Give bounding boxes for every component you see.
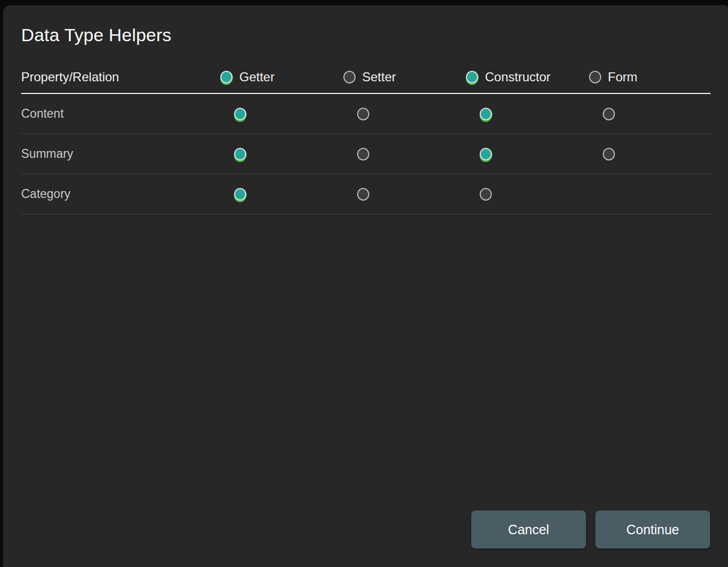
- cell-summary-constructor: [465, 148, 588, 160]
- radio-category-constructor[interactable]: [480, 188, 492, 201]
- column-radio-form[interactable]: [589, 71, 601, 83]
- row-label: Category: [21, 187, 219, 201]
- cell-content-form: [588, 108, 711, 120]
- row-label: Content: [21, 107, 219, 121]
- table-row-content: Content: [21, 94, 711, 134]
- cell-category-setter: [342, 188, 465, 201]
- cancel-button[interactable]: Cancel: [471, 511, 586, 549]
- table-header-row: Property/Relation GetterSetterConstructo…: [21, 45, 711, 94]
- radio-category-setter[interactable]: [357, 188, 369, 201]
- radio-summary-setter[interactable]: [357, 148, 369, 160]
- table-row-category: Category: [21, 174, 711, 214]
- column-header-constructor: Constructor: [465, 70, 588, 84]
- column-radio-getter[interactable]: [220, 71, 232, 83]
- radio-content-form[interactable]: [603, 108, 615, 120]
- column-label-constructor: Constructor: [485, 70, 550, 84]
- row-label: Summary: [21, 147, 219, 161]
- cell-category-constructor: [465, 188, 588, 201]
- dialog-title: Data Type Helpers: [21, 24, 728, 45]
- continue-button[interactable]: Continue: [595, 511, 710, 549]
- column-label-getter: Getter: [239, 70, 275, 84]
- radio-summary-form[interactable]: [603, 148, 615, 160]
- column-header-getter: Getter: [219, 70, 342, 84]
- column-header-form: Form: [588, 70, 711, 84]
- radio-content-constructor[interactable]: [480, 108, 492, 120]
- cell-content-constructor: [465, 108, 588, 120]
- cell-summary-setter: [342, 148, 465, 160]
- radio-summary-getter[interactable]: [234, 148, 246, 160]
- table-body: ContentSummaryCategory: [21, 94, 711, 214]
- table-row-summary: Summary: [21, 134, 711, 174]
- cell-content-getter: [219, 108, 342, 120]
- helpers-table: Property/Relation GetterSetterConstructo…: [21, 45, 711, 214]
- column-label-form: Form: [608, 70, 638, 84]
- cell-summary-getter: [219, 148, 342, 160]
- cell-summary-form: [588, 148, 711, 160]
- dialog-buttons: Cancel Continue: [471, 511, 710, 549]
- radio-category-getter[interactable]: [234, 188, 246, 201]
- cell-content-setter: [342, 108, 465, 120]
- cell-category-getter: [219, 188, 342, 201]
- column-header-setter: Setter: [342, 70, 465, 84]
- column-radio-constructor[interactable]: [466, 71, 478, 83]
- radio-summary-constructor[interactable]: [480, 148, 492, 160]
- property-relation-header: Property/Relation: [21, 70, 219, 84]
- radio-content-getter[interactable]: [234, 108, 246, 120]
- data-type-helpers-dialog: Data Type Helpers Property/Relation Gett…: [3, 5, 728, 567]
- column-radio-setter[interactable]: [343, 71, 356, 83]
- column-label-setter: Setter: [362, 70, 396, 84]
- radio-content-setter[interactable]: [357, 108, 369, 120]
